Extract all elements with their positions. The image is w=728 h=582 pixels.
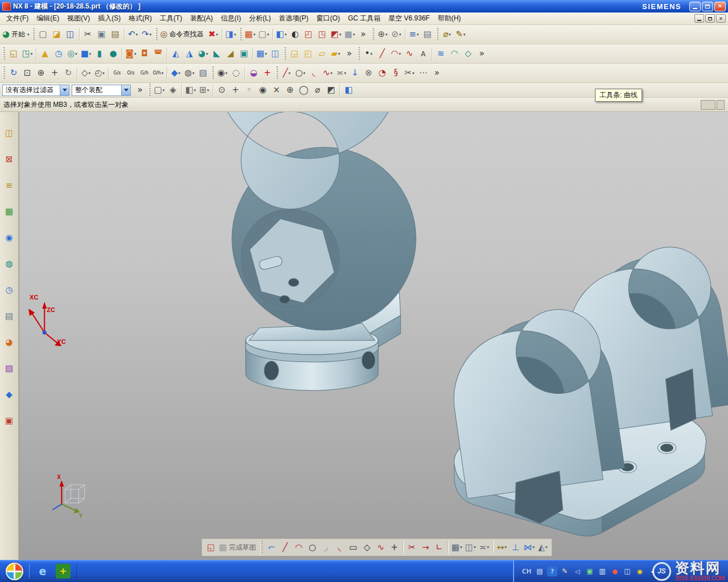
block-dropdown-icon[interactable]: ▾ bbox=[89, 52, 92, 56]
select-all-dropdown-icon[interactable]: ▾ bbox=[163, 88, 165, 93]
make-corner-icon[interactable]: ∟ bbox=[432, 541, 446, 554]
studio-spline-icon[interactable]: ∿ bbox=[403, 47, 416, 61]
replace-face-dropdown-icon[interactable]: ▾ bbox=[338, 52, 341, 56]
finish-sketch-button[interactable]: ▦完成草图 bbox=[218, 541, 259, 554]
snap-face-icon[interactable]: ◩ bbox=[324, 83, 338, 98]
touch-mode-icon[interactable]: ▣ bbox=[2, 413, 17, 428]
toolbar-grip[interactable] bbox=[436, 28, 439, 41]
selection-filter-combo[interactable]: 没有选择过滤器 bbox=[2, 85, 69, 96]
snap-intersection-icon[interactable]: × bbox=[270, 83, 283, 98]
display-mode-icon[interactable]: ■▾ bbox=[343, 27, 357, 42]
system-materials-icon[interactable]: ▧ bbox=[2, 361, 17, 376]
measure-distance-dropdown-icon[interactable]: ▾ bbox=[449, 32, 451, 37]
edit-section-icon[interactable]: ◩▾ bbox=[329, 27, 343, 42]
toolbar-grip[interactable] bbox=[32, 28, 35, 41]
save-file-icon[interactable]: ◫ bbox=[64, 27, 77, 42]
arc-circle-icon[interactable]: ○▾ bbox=[293, 66, 307, 81]
pull-face-icon[interactable]: ◰ bbox=[301, 47, 315, 61]
move-object-icon[interactable]: ⊕▾ bbox=[376, 27, 390, 42]
combo-dropdown-icon[interactable] bbox=[60, 85, 69, 95]
edge-blend-dropdown-icon[interactable]: ▾ bbox=[206, 52, 208, 56]
style-shaded-edges-icon[interactable]: G/s bbox=[110, 66, 124, 81]
annotation-pencil-icon[interactable]: ✎▾ bbox=[454, 27, 468, 42]
shaded-cube-icon[interactable]: ◧▾ bbox=[275, 27, 288, 42]
reuse-library-icon[interactable]: ▦ bbox=[2, 204, 17, 219]
wcs-display-icon[interactable]: + bbox=[260, 66, 274, 81]
display-part-dropdown-icon[interactable]: ▾ bbox=[254, 32, 256, 37]
split-body-icon[interactable]: ◮ bbox=[183, 47, 196, 61]
arc-circle-dropdown-icon[interactable]: ▾ bbox=[303, 71, 305, 76]
messenger-icon[interactable]: ◉ bbox=[635, 566, 645, 576]
fillet-tool-icon[interactable]: ◟ bbox=[333, 541, 346, 554]
menu-item[interactable]: 窗口(O) bbox=[312, 12, 344, 25]
window-layout-icon[interactable]: ▢▾ bbox=[257, 27, 271, 42]
undo-dropdown-icon[interactable]: ▾ bbox=[136, 32, 138, 37]
datum-plane-icon[interactable]: ◳▾ bbox=[20, 47, 34, 61]
display-part-icon[interactable]: ▦▾ bbox=[243, 27, 257, 42]
menu-item[interactable]: 格式(R) bbox=[125, 12, 156, 25]
spline-curve-dropdown-icon[interactable]: ▾ bbox=[330, 71, 333, 76]
arc-tool-icon[interactable]: ◠ bbox=[292, 541, 305, 554]
edit-section-dropdown-icon[interactable]: ▾ bbox=[340, 32, 342, 37]
trim-body-icon[interactable]: ◭ bbox=[169, 47, 183, 61]
delete-dropdown-icon[interactable]: ▾ bbox=[216, 32, 218, 37]
line-icon[interactable]: ╱ bbox=[375, 47, 389, 61]
style-wireframe-dim-icon[interactable]: G/h bbox=[138, 66, 151, 81]
circle-tool-icon[interactable]: ○ bbox=[305, 541, 319, 554]
orient-view-dropdown-icon[interactable]: ▾ bbox=[102, 71, 105, 76]
selection-scope-combo[interactable]: 整个装配 bbox=[72, 85, 131, 96]
redo-icon[interactable]: ↷▾ bbox=[140, 27, 154, 42]
menu-item[interactable]: 视图(V) bbox=[63, 12, 94, 25]
immediate-hide-icon[interactable]: ◌ bbox=[229, 66, 243, 81]
section-y-icon[interactable]: ◳ bbox=[316, 27, 329, 42]
offset-region-icon[interactable]: ▱ bbox=[315, 47, 329, 61]
draft-icon[interactable]: ◢ bbox=[224, 47, 237, 61]
top-selection-dropdown-icon[interactable]: ▾ bbox=[194, 88, 196, 93]
orient-view-icon[interactable]: ◴▾ bbox=[93, 66, 106, 81]
usb-device-icon[interactable]: ◫ bbox=[622, 566, 632, 576]
menu-item[interactable]: 编辑(E) bbox=[32, 12, 63, 25]
divide-curve-icon[interactable]: ⋯ bbox=[416, 66, 430, 81]
select-all-icon[interactable]: ▢▾ bbox=[152, 83, 166, 98]
polygon-tool-icon[interactable]: ◇ bbox=[360, 541, 374, 554]
mirror-curve-icon[interactable]: ◫▾ bbox=[464, 541, 477, 554]
part-clevis-bracket[interactable] bbox=[442, 241, 728, 536]
perspective-view-icon[interactable]: ◇▾ bbox=[79, 66, 93, 81]
snap-quadrant-icon[interactable]: ◯ bbox=[297, 83, 311, 98]
mdi-close-button[interactable]: ✕ bbox=[716, 14, 726, 23]
snap-handle-icon[interactable]: ⊘▾ bbox=[390, 27, 403, 42]
revolve-icon[interactable]: ◷ bbox=[52, 47, 65, 61]
quick-trim-icon[interactable]: ✂ bbox=[405, 541, 419, 554]
start-menu-button[interactable]: ◕开始▾ bbox=[1, 27, 31, 42]
top-selection-icon[interactable]: ◧▾ bbox=[184, 83, 197, 98]
antivirus-icon[interactable]: ● bbox=[610, 566, 620, 576]
wcs-triad[interactable]: XC ZC YC bbox=[28, 294, 66, 346]
arc-icon[interactable]: ◠▾ bbox=[389, 47, 403, 61]
pan-view-icon[interactable]: + bbox=[48, 66, 61, 81]
make-symmetric-dropdown-icon[interactable]: ▾ bbox=[532, 545, 535, 550]
snap-handle-dropdown-icon[interactable]: ▾ bbox=[399, 32, 402, 37]
redo-dropdown-icon[interactable]: ▾ bbox=[150, 32, 152, 37]
render-style-dropdown-icon[interactable]: ▾ bbox=[192, 71, 195, 76]
offset-curve-dropdown-icon[interactable]: ▾ bbox=[344, 71, 346, 76]
green-app-icon[interactable]: + bbox=[56, 564, 71, 579]
intersect-curve-icon[interactable]: ⊗ bbox=[362, 66, 375, 81]
user-tools-icon[interactable]: ◆ bbox=[2, 387, 17, 402]
style-shaded-icon[interactable]: O/s bbox=[124, 66, 138, 81]
start-menu-dropdown-icon[interactable]: ▾ bbox=[27, 32, 30, 37]
background-color-icon[interactable]: ▧ bbox=[196, 66, 210, 81]
part-navigator-icon[interactable]: ≡ bbox=[2, 178, 17, 193]
line-tool-icon[interactable]: ╱ bbox=[278, 541, 292, 554]
swept-icon[interactable]: ◠ bbox=[448, 47, 461, 61]
cut-icon[interactable]: ✂ bbox=[81, 27, 95, 42]
mirror-feature-icon[interactable]: ◫ bbox=[268, 47, 282, 61]
n-sided-surface-icon[interactable]: ◇ bbox=[461, 47, 475, 61]
derived-line-icon[interactable]: ◞ bbox=[319, 541, 333, 554]
menu-item[interactable]: 装配(A) bbox=[186, 12, 217, 25]
block-icon[interactable]: ■▾ bbox=[79, 47, 93, 61]
trim-curve-dropdown-icon[interactable]: ▾ bbox=[412, 71, 415, 76]
menu-item[interactable]: 分析(L) bbox=[245, 12, 275, 25]
close-button[interactable]: ✕ bbox=[714, 2, 726, 11]
green-utility-icon[interactable]: ▣ bbox=[585, 566, 595, 576]
annotation-pencil-dropdown-icon[interactable]: ▾ bbox=[464, 32, 466, 37]
